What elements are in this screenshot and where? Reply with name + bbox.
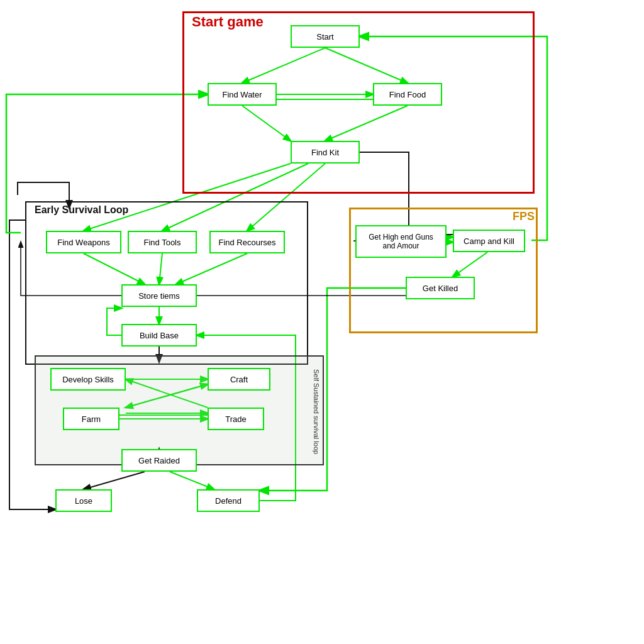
node-craft: Craft xyxy=(208,368,270,391)
node-get-high-end: Get High end Guns and Amour xyxy=(355,225,447,258)
node-find-kit: Find Kit xyxy=(291,141,360,164)
node-find-resources: Find Recourses xyxy=(209,231,285,253)
node-build-base: Build Base xyxy=(121,324,197,347)
node-camp-and-kill: Camp and Kill xyxy=(453,230,525,252)
self-sustained-label: Self Sustained survival loop xyxy=(313,358,320,465)
early-survival-label: Early Survival Loop xyxy=(35,204,128,216)
node-defend: Defend xyxy=(197,489,260,512)
svg-line-18 xyxy=(84,472,145,489)
node-find-water: Find Water xyxy=(208,83,277,106)
node-find-food: Find Food xyxy=(373,83,442,106)
node-lose: Lose xyxy=(55,489,112,512)
fps-label: FPS xyxy=(513,210,535,223)
node-get-raided: Get Raided xyxy=(121,449,197,472)
node-get-killed: Get Killed xyxy=(406,277,475,299)
node-farm: Farm xyxy=(63,408,119,430)
node-find-weapons: Find Weapons xyxy=(46,231,121,253)
node-develop-skills: Develop Skills xyxy=(50,368,126,391)
node-start: Start xyxy=(291,25,360,48)
node-store-items: Store tiems xyxy=(121,284,197,307)
start-game-label: Start game xyxy=(192,14,264,30)
node-find-tools: Find Tools xyxy=(128,231,197,253)
node-trade: Trade xyxy=(208,408,264,430)
svg-line-19 xyxy=(170,472,214,489)
